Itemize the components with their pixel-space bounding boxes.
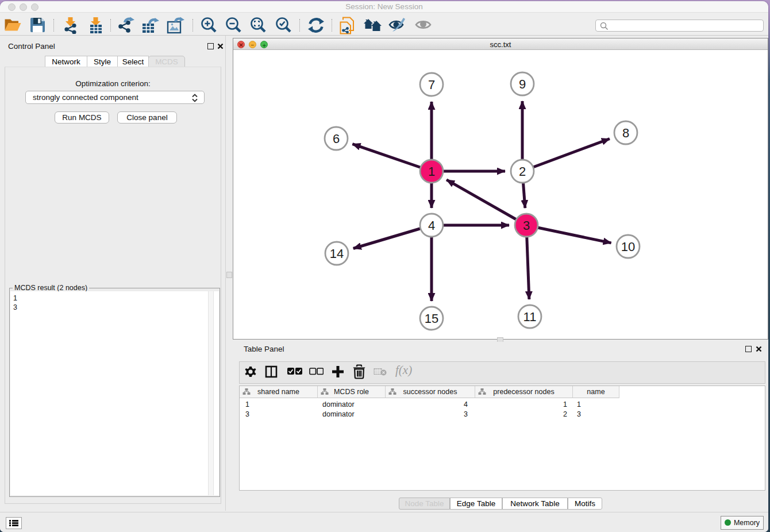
svg-text:15: 15 <box>425 311 438 326</box>
svg-text:10: 10 <box>621 240 635 254</box>
svg-text:3: 3 <box>523 218 530 233</box>
svg-text:8: 8 <box>622 126 629 140</box>
svg-text:7: 7 <box>428 78 435 92</box>
svg-text:2: 2 <box>519 164 526 179</box>
svg-text:11: 11 <box>523 310 537 324</box>
svg-text:1: 1 <box>428 164 435 179</box>
svg-text:6: 6 <box>333 132 340 146</box>
svg-text:14: 14 <box>330 246 344 261</box>
svg-text:4: 4 <box>428 218 435 233</box>
svg-text:9: 9 <box>519 77 526 91</box>
